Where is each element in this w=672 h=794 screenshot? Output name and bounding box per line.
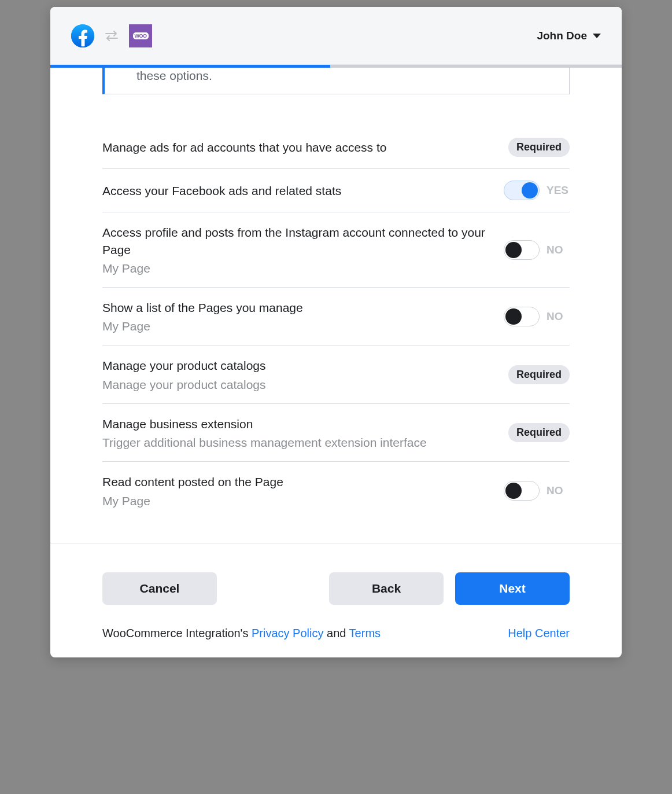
footer-legal: WooCommerce Integration's Privacy Policy… [102, 627, 381, 640]
permissions-list: Manage ads for ad accounts that you have… [102, 126, 570, 519]
toggle-state-label: NO [547, 244, 570, 256]
permission-text: Manage ads for ad accounts that you have… [102, 139, 497, 156]
privacy-link[interactable]: Privacy Policy [252, 627, 323, 639]
permission-control: NO [504, 481, 570, 501]
permission-title: Access your Facebook ads and related sta… [102, 182, 492, 199]
permission-control: NO [504, 307, 570, 326]
required-badge: Required [508, 138, 570, 157]
permission-text: Access your Facebook ads and related sta… [102, 182, 492, 199]
toggle-knob [505, 242, 522, 258]
user-menu[interactable]: John Doe [537, 30, 601, 42]
permission-subtitle: My Page [102, 262, 492, 275]
info-box-text: these options. [136, 69, 212, 82]
permission-subtitle: My Page [102, 319, 492, 333]
permission-title: Show a list of the Pages you manage [102, 299, 492, 316]
permission-title: Access profile and posts from the Instag… [102, 224, 492, 258]
permission-subtitle: My Page [102, 494, 492, 508]
toggle-knob [505, 308, 522, 325]
permission-row: Manage your product catalogsManage your … [102, 345, 570, 403]
terms-link[interactable]: Terms [349, 627, 381, 639]
permission-toggle[interactable] [504, 240, 540, 260]
permission-control: YES [504, 181, 570, 200]
permission-text: Access profile and posts from the Instag… [102, 224, 492, 275]
footer-links: WooCommerce Integration's Privacy Policy… [50, 605, 622, 657]
permission-title: Manage ads for ad accounts that you have… [102, 139, 497, 156]
permission-text: Show a list of the Pages you manageMy Pa… [102, 299, 492, 333]
toggle-knob [505, 483, 522, 499]
permission-row: Manage business extensionTrigger additio… [102, 404, 570, 462]
permission-row: Read content posted on the PageMy PageNO [102, 462, 570, 519]
chevron-down-icon [593, 34, 601, 38]
swap-icon [105, 31, 119, 41]
permission-toggle[interactable] [504, 181, 540, 200]
permission-text: Read content posted on the PageMy Page [102, 473, 492, 508]
next-button[interactable]: Next [455, 572, 570, 605]
footer-buttons: Cancel Back Next [50, 543, 622, 605]
toggle-knob [522, 182, 538, 198]
permission-title: Manage business extension [102, 416, 497, 432]
permissions-content: these options. Manage ads for ad account… [50, 68, 622, 520]
toggle-state-label: NO [547, 310, 570, 323]
progress-fill [50, 65, 330, 68]
back-button[interactable]: Back [329, 572, 444, 605]
help-link[interactable]: Help Center [508, 627, 570, 640]
woocommerce-icon: WOO [129, 24, 152, 47]
permissions-dialog: WOO John Doe these options. Manage ads f… [50, 7, 622, 657]
permission-control: Required [508, 423, 570, 442]
progress-bar [50, 65, 622, 68]
user-name: John Doe [537, 30, 587, 42]
permission-title: Read content posted on the Page [102, 473, 492, 490]
permission-control: Required [508, 138, 570, 157]
permission-text: Manage business extensionTrigger additio… [102, 416, 497, 450]
permission-control: NO [504, 240, 570, 260]
integration-prefix: WooCommerce Integration's [102, 627, 252, 639]
cancel-button[interactable]: Cancel [102, 572, 217, 605]
toggle-state-label: NO [547, 484, 570, 497]
toggle-state-label: YES [547, 184, 570, 197]
info-box: these options. [102, 68, 570, 94]
permission-title: Manage your product catalogs [102, 357, 497, 374]
required-badge: Required [508, 365, 570, 384]
permission-toggle[interactable] [504, 481, 540, 501]
permission-toggle[interactable] [504, 307, 540, 326]
required-badge: Required [508, 423, 570, 442]
permission-row: Access profile and posts from the Instag… [102, 212, 570, 288]
permission-text: Manage your product catalogsManage your … [102, 357, 497, 391]
permission-row: Manage ads for ad accounts that you have… [102, 126, 570, 169]
permission-row: Access your Facebook ads and related sta… [102, 169, 570, 212]
permission-subtitle: Trigger additional business management e… [102, 436, 497, 450]
dialog-header: WOO John Doe [50, 7, 622, 65]
permission-row: Show a list of the Pages you manageMy Pa… [102, 288, 570, 345]
header-brands: WOO [71, 24, 152, 47]
facebook-icon [71, 24, 94, 47]
permission-subtitle: Manage your product catalogs [102, 378, 497, 392]
permission-control: Required [508, 365, 570, 384]
and-text: and [323, 627, 349, 639]
